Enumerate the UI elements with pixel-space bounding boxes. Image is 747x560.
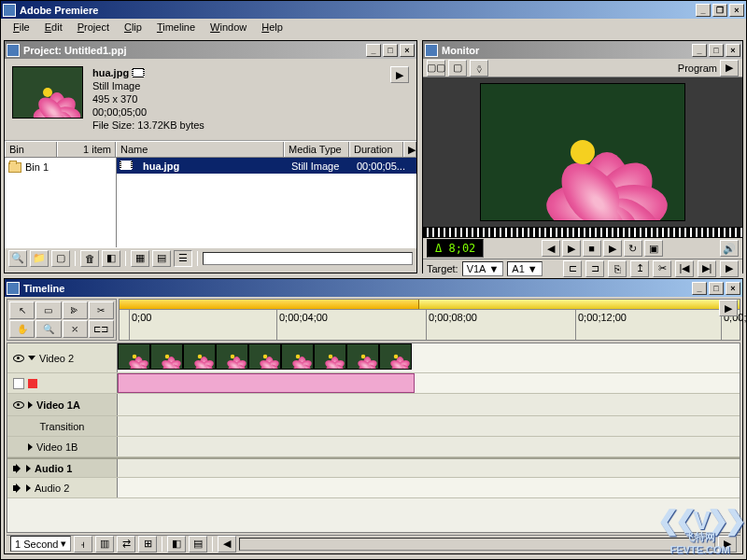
track-body-opacity[interactable] <box>118 373 740 393</box>
app-titlebar[interactable]: Adobe Premiere _ ❐ × <box>1 1 746 19</box>
prev-edit-button[interactable]: |◀ <box>675 260 694 277</box>
close-button[interactable]: × <box>729 4 744 17</box>
mark-out-button[interactable]: ⊐ <box>585 260 604 277</box>
frame-fwd-button[interactable]: ▶ <box>562 240 581 257</box>
bin-item[interactable]: Bin 1 <box>7 160 114 175</box>
toggle-track-button[interactable]: ◧ <box>167 536 186 553</box>
menu-window[interactable]: Window <box>204 20 253 35</box>
play-inout-button[interactable]: ▣ <box>644 240 663 257</box>
new-item-button[interactable]: ▢ <box>51 250 70 267</box>
lift-button[interactable]: ↥ <box>630 260 649 277</box>
menu-project[interactable]: Project <box>71 20 116 35</box>
chevron-right-icon[interactable] <box>26 465 31 472</box>
track-header-audio1[interactable]: Audio 1 <box>7 459 118 477</box>
timeline-max-button[interactable]: □ <box>709 282 724 295</box>
menu-file[interactable]: File <box>7 20 36 35</box>
extract-button[interactable]: ✂ <box>653 260 671 277</box>
single-view-button[interactable]: ▢ <box>448 60 467 77</box>
col-count[interactable]: 1 item <box>57 142 116 157</box>
selection-tool[interactable]: ↖ <box>9 301 35 319</box>
shift-tracks-button[interactable]: ⇄ <box>117 536 135 553</box>
stop-button[interactable]: ■ <box>583 240 601 257</box>
mark-clip-button[interactable]: ⎘ <box>608 260 627 277</box>
monitor-max-button[interactable]: □ <box>709 44 724 57</box>
maximize-button[interactable]: ❐ <box>712 4 727 17</box>
file-row[interactable]: hua.jpg Still Image 00;00;05... <box>117 158 416 174</box>
track-header-video2[interactable]: Video 2 <box>7 343 118 372</box>
track-body-audio1[interactable] <box>118 459 740 477</box>
monitor-min-button[interactable]: _ <box>692 44 707 57</box>
col-bin[interactable]: Bin <box>5 142 57 157</box>
clip-menu-button[interactable]: ▶ <box>390 66 409 83</box>
track-header-video1a[interactable]: Video 1A <box>7 394 118 415</box>
work-area-bar[interactable] <box>120 300 740 310</box>
opacity-icon[interactable] <box>13 378 24 389</box>
trim-view-button[interactable]: ⎀ <box>470 60 488 77</box>
timeline-close-button[interactable]: × <box>726 282 740 295</box>
timeline-menu-button[interactable]: ▶ <box>719 300 738 316</box>
chevron-right-icon[interactable] <box>28 443 33 451</box>
track-body-video1a[interactable] <box>118 394 740 415</box>
sync-mode-button[interactable]: ⊞ <box>138 536 157 553</box>
menu-clip[interactable]: Clip <box>118 20 148 35</box>
monitor-titlebar[interactable]: Monitor _ □ × <box>423 41 742 59</box>
project-titlebar[interactable]: Project: Untitled1.ppj _ □ × <box>5 41 416 59</box>
project-close-button[interactable]: × <box>400 44 415 57</box>
program-display[interactable] <box>480 83 685 221</box>
timecode-display[interactable]: Δ 8;02 <box>427 239 484 258</box>
clip-thumbnail[interactable] <box>12 66 83 119</box>
opacity-clip[interactable] <box>118 373 415 393</box>
snap-button[interactable]: ⫞ <box>74 536 92 553</box>
speaker-icon[interactable] <box>13 483 22 493</box>
track-header-transition[interactable]: Transition <box>7 416 118 436</box>
col-scroll-button[interactable]: ▶ <box>403 142 416 157</box>
chevron-right-icon[interactable] <box>26 484 31 492</box>
eye-icon[interactable] <box>13 355 24 362</box>
mark-in-button[interactable]: ⊏ <box>563 260 582 277</box>
track-header-audio2[interactable]: Audio 2 <box>7 478 118 497</box>
timeline-scrollbar[interactable] <box>239 538 715 551</box>
scroll-left-button[interactable]: ◀ <box>218 536 236 553</box>
eye-icon[interactable] <box>13 401 24 409</box>
col-name[interactable]: Name <box>116 142 284 157</box>
program-menu-button[interactable]: ▶ <box>720 60 739 77</box>
speaker-icon[interactable] <box>13 464 22 473</box>
inout-tool[interactable]: ⊏⊐ <box>89 320 114 338</box>
find-button[interactable]: 🔍 <box>8 250 27 267</box>
track-header-opacity[interactable] <box>7 373 118 393</box>
project-max-button[interactable]: □ <box>383 44 398 57</box>
hand-tool[interactable]: ✋ <box>9 320 35 338</box>
video-target-select[interactable]: V1A▼ <box>462 261 504 276</box>
next-edit-button[interactable]: ▶| <box>698 260 716 277</box>
project-min-button[interactable]: _ <box>366 44 381 57</box>
col-media[interactable]: Media Type <box>284 142 349 157</box>
monitor-close-button[interactable]: × <box>726 44 740 57</box>
track-body-transition[interactable] <box>118 416 740 436</box>
track-header-video1b[interactable]: Video 1B <box>7 437 118 456</box>
chevron-right-icon[interactable] <box>28 401 33 409</box>
zoom-select[interactable]: 1 Second ▾ <box>10 536 71 552</box>
scroll-right-button[interactable]: ▶ <box>718 536 737 553</box>
loop-button[interactable]: ↻ <box>624 240 642 257</box>
resize-button[interactable]: ◧ <box>102 250 120 267</box>
track-body-audio2[interactable] <box>118 478 740 497</box>
monitor-menu-button[interactable]: ▶ <box>720 260 739 277</box>
track-body-video1b[interactable] <box>118 437 740 456</box>
thumb-view-button[interactable]: ▤ <box>152 250 171 267</box>
col-duration[interactable]: Duration <box>349 142 403 157</box>
timeline-min-button[interactable]: _ <box>692 282 707 295</box>
menu-edit[interactable]: Edit <box>38 20 69 35</box>
project-scrollbar[interactable] <box>203 252 413 265</box>
dual-view-button[interactable]: ▢▢ <box>427 60 445 77</box>
track-body-video2[interactable] <box>118 343 740 372</box>
razor-tool[interactable]: ✂ <box>89 301 114 319</box>
speaker-button[interactable]: 🔊 <box>720 240 739 257</box>
rubberband-icon[interactable] <box>28 379 37 388</box>
list-view-button[interactable]: ☰ <box>174 250 192 267</box>
time-ruler[interactable]: 0;00 0;00;04;00 0;00;08;00 0;00;12;00 0;… <box>120 310 740 340</box>
menu-timeline[interactable]: Timeline <box>150 20 202 35</box>
track-options-button[interactable]: ▤ <box>189 536 207 553</box>
cross-fade-tool[interactable]: ⤫ <box>63 320 88 338</box>
rolling-edit-tool[interactable]: ⫸ <box>63 301 88 319</box>
chevron-down-icon[interactable] <box>28 356 35 360</box>
